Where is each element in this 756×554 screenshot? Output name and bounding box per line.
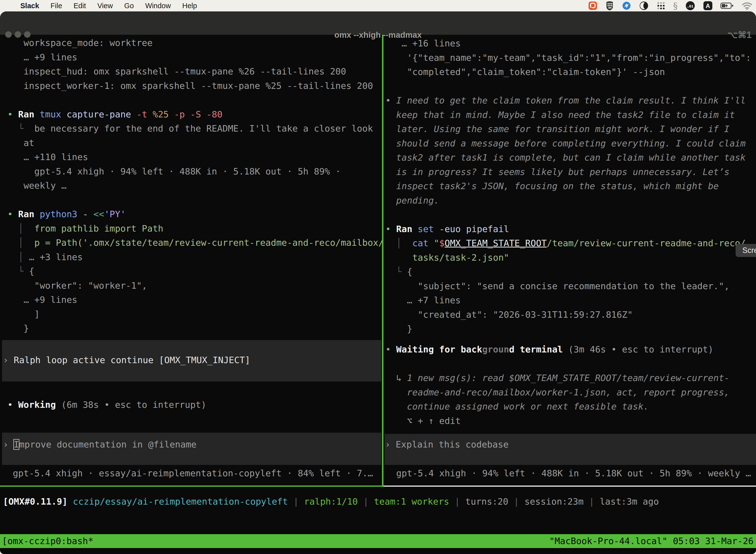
tmux-status-bar: [omx-cczip0:bash* "MacBook-Pro-44.local"… (0, 534, 756, 548)
menu-status-icons: § ..61 A (588, 0, 753, 11)
screen-record-icon[interactable] (588, 1, 598, 11)
omx-hud-pane: [OMX#0.11.9] cczip/essay/ai-reimplementa… (0, 11, 756, 554)
input-source-a-icon[interactable]: A (703, 1, 713, 11)
menu-items: FileEditViewGoWindowHelp (39, 2, 197, 10)
wifi-icon[interactable] (742, 1, 753, 10)
svg-text:A: A (706, 2, 710, 9)
count-badge-icon[interactable]: ..61 (685, 0, 695, 11)
menu-item-edit[interactable]: Edit (74, 2, 86, 10)
count-badge-text: ..61 (687, 4, 693, 8)
screen-share-toast: Scre (736, 244, 756, 257)
battery-icon[interactable] (720, 2, 734, 9)
tmux-session-label: [omx-cczip0:bash* (2, 534, 93, 548)
menu-app-name[interactable]: Slack (20, 2, 39, 10)
menu-item-go[interactable]: Go (124, 2, 134, 10)
keypad-shield-icon[interactable] (605, 0, 614, 11)
moon-icon[interactable] (639, 1, 649, 11)
menu-item-file[interactable]: File (51, 2, 62, 10)
squiggle-icon[interactable]: § (673, 1, 678, 11)
dots-grid-icon[interactable] (656, 1, 666, 10)
menu-item-view[interactable]: View (98, 2, 113, 10)
blue-badge-icon[interactable] (622, 1, 631, 11)
menu-item-window[interactable]: Window (145, 2, 171, 10)
tmux-host-clock: "MacBook-Pro-44.local" 05:03 31-Mar-26 (549, 534, 754, 548)
terminal-window: omx --xhigh --madmax ⌥⌘1 workspace_mode:… (0, 11, 756, 554)
macos-menu-bar: Slack FileEditViewGoWindowHelp § ..61 (0, 0, 756, 11)
menu-item-help[interactable]: Help (182, 2, 197, 10)
omx-hud-line: [OMX#0.11.9] cczip/essay/ai-reimplementa… (3, 496, 659, 507)
screen: Slack FileEditViewGoWindowHelp § ..61 (0, 0, 756, 554)
